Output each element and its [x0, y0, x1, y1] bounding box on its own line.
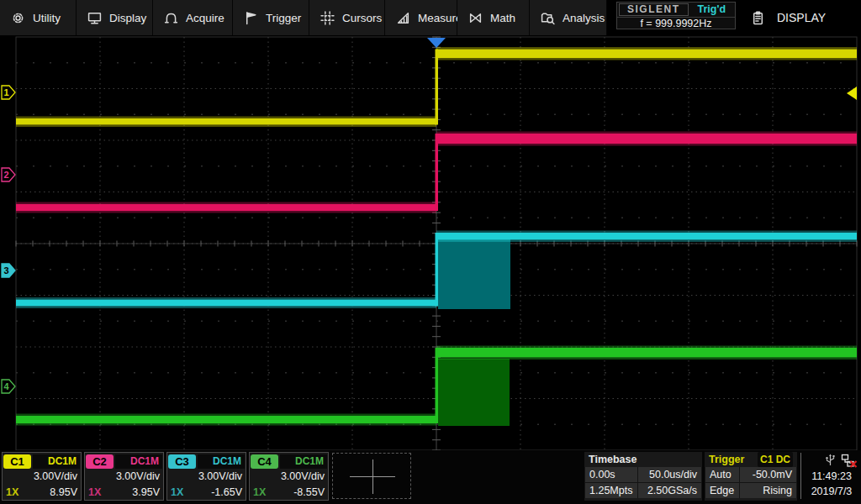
- menu-item-label: Math: [490, 12, 515, 24]
- cursors-icon: [320, 11, 335, 25]
- clipboard-icon: [751, 11, 765, 25]
- usb-icon: [825, 454, 836, 467]
- channel-scale: 3.00V/div: [85, 469, 163, 485]
- trigger-box[interactable]: Trigger C1 DC Auto -50.0mV Edge Rising: [705, 452, 797, 501]
- trigger-type: Edge: [705, 483, 739, 498]
- trace-C3: [16, 300, 436, 307]
- network-error-icon: [841, 454, 858, 468]
- timebase-delay: 0.00s: [585, 467, 637, 482]
- burst-block-C4: [438, 359, 510, 426]
- channel-scale: 3.00V/div: [250, 469, 328, 485]
- channel-offset: 3.95V: [101, 485, 163, 500]
- menu-item-acquire[interactable]: Acquire: [153, 0, 233, 35]
- trigger-level: -50.0mV: [740, 467, 796, 482]
- svg-text:3: 3: [3, 265, 8, 276]
- menu-item-cursors[interactable]: Cursors: [309, 0, 385, 35]
- trace-C4: [436, 348, 857, 358]
- scope-markers[interactable]: 1234: [2, 38, 857, 393]
- timebase-memory: 1.25Mpts: [585, 483, 637, 498]
- bottom-status-bar: C1 DC1M 3.00V/div 1X 8.95V C2 DC1M 3.00V…: [0, 450, 861, 504]
- trigger-title: Trigger: [709, 452, 744, 467]
- frequency-counter: f = 999.9992Hz: [617, 17, 735, 30]
- menu-item-analysis[interactable]: Analysis: [530, 0, 607, 35]
- trace-C1: [16, 118, 436, 125]
- waveform-display[interactable]: 1234: [0, 0, 861, 450]
- channel-tab[interactable]: C4: [251, 454, 278, 469]
- channel-probe: 1X: [3, 485, 18, 500]
- top-menu-bar: Utility Display Acquire Trigger Cursors: [0, 0, 861, 35]
- channel-tab[interactable]: C3: [168, 454, 196, 469]
- trigger-position-marker[interactable]: [427, 38, 446, 48]
- channel-coupling: DC1M: [33, 454, 80, 469]
- timebase-box[interactable]: Timebase 0.00s 50.0us/div 1.25Mpts 2.50G…: [584, 452, 702, 501]
- clock-area: 11:49:23 2019/7/3: [804, 452, 859, 501]
- add-channel-dropzone[interactable]: [332, 453, 411, 499]
- channel-coupling: DC1M: [198, 454, 245, 469]
- gear-icon: [11, 11, 25, 25]
- flag-icon: [244, 11, 258, 25]
- timebase-title: Timebase: [589, 452, 637, 467]
- trace-C2: [436, 134, 857, 144]
- menu-item-trigger[interactable]: Trigger: [233, 0, 309, 35]
- timebase-scale: 50.0us/div: [638, 467, 701, 482]
- trigger-status: Trig'd: [689, 3, 735, 15]
- channel-coupling: DC1M: [280, 454, 327, 469]
- channel-box-c2[interactable]: C2 DC1M 3.00V/div 1X 3.95V: [84, 452, 164, 501]
- oscilloscope-screen: 1234 Utility Display Acquire Trigger: [0, 0, 861, 504]
- trigger-level-marker[interactable]: [847, 87, 857, 100]
- clock-time: 11:49:23: [804, 469, 859, 484]
- math-icon: [468, 11, 483, 25]
- channel-tab[interactable]: C2: [86, 454, 114, 469]
- menu-item-measure[interactable]: Measure: [385, 0, 457, 35]
- channel-probe: 1X: [167, 485, 183, 500]
- menu-item-label: Analysis: [563, 12, 605, 24]
- menu-item-utility[interactable]: Utility: [0, 0, 77, 35]
- channel-offset: 8.95V: [18, 485, 81, 500]
- trigger-mode: Auto: [705, 467, 739, 482]
- trace-C2: [16, 204, 436, 211]
- trace-C3: [436, 233, 857, 240]
- svg-text:2: 2: [3, 170, 8, 180]
- waveform-traces: [16, 47, 857, 426]
- menu-item-math[interactable]: Math: [457, 0, 530, 35]
- measure-icon: [396, 11, 410, 25]
- timebase-samplerate: 2.50GSa/s: [638, 483, 701, 498]
- menu-item-label: Cursors: [342, 12, 382, 24]
- channel-tab[interactable]: C1: [3, 454, 31, 469]
- clock-date: 2019/7/3: [804, 484, 859, 499]
- svg-text:4: 4: [3, 381, 9, 391]
- channel-box-c1[interactable]: C1 DC1M 3.00V/div 1X 8.95V: [2, 452, 82, 501]
- channel-offset-marker-2[interactable]: 2: [2, 168, 15, 181]
- channel-probe: 1X: [85, 485, 101, 500]
- menu-item-label: Measure: [418, 12, 462, 24]
- svg-text:1: 1: [3, 87, 8, 97]
- acquire-icon: [164, 11, 178, 25]
- channel-offset-marker-4[interactable]: 4: [2, 380, 15, 393]
- menu-item-label: Acquire: [186, 12, 224, 24]
- trace-C4: [16, 416, 436, 423]
- channel-scale: 3.00V/div: [167, 469, 246, 485]
- channel-offset: -1.65V: [183, 485, 246, 500]
- channel-probe: 1X: [250, 485, 266, 500]
- menu-item-label: Display: [109, 12, 146, 24]
- burst-block-C3: [438, 239, 510, 309]
- channel-offset-marker-1[interactable]: 1: [2, 86, 15, 99]
- trigger-source: C1 DC: [758, 452, 793, 467]
- channel-offset-marker-3[interactable]: 3: [2, 264, 15, 277]
- acquisition-status-box: SIGLENT Trig'd f = 999.9992Hz: [616, 2, 736, 29]
- channel-scale: 3.00V/div: [3, 469, 81, 485]
- trigger-slope: Rising: [740, 483, 796, 498]
- channel-coupling: DC1M: [115, 454, 162, 469]
- menu-item-display[interactable]: Display: [77, 0, 153, 35]
- menu-item-label: Trigger: [266, 12, 301, 24]
- channel-box-c3[interactable]: C3 DC1M 3.00V/div 1X -1.65V: [166, 452, 246, 501]
- display-menu-label: DISPLAY: [777, 11, 826, 24]
- separator: [800, 453, 801, 499]
- channel-box-c4[interactable]: C4 DC1M 3.00V/div 1X -8.55V: [249, 452, 329, 501]
- display-menu-button[interactable]: DISPLAY: [751, 0, 826, 35]
- analysis-icon: [541, 11, 555, 25]
- menu-item-label: Utility: [33, 12, 61, 24]
- monitor-icon: [87, 11, 102, 25]
- trace-C1: [436, 50, 857, 59]
- channel-offset: -8.55V: [266, 485, 328, 500]
